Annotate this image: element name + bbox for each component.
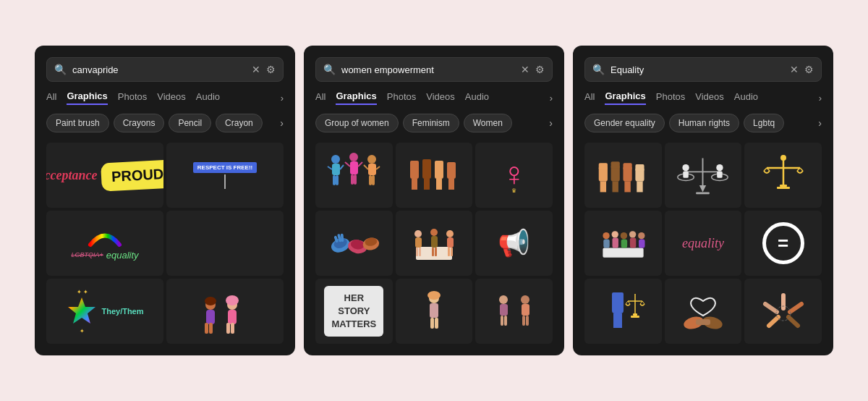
tab-videos-3[interactable]: Videos: [695, 91, 724, 104]
svg-rect-2: [206, 310, 215, 324]
svg-rect-40: [448, 179, 454, 190]
chip-group-women[interactable]: Group of women: [315, 114, 399, 132]
tab-graphics-2[interactable]: Graphics: [336, 90, 376, 105]
svg-rect-28: [372, 175, 375, 185]
list-item[interactable]: [396, 143, 473, 208]
list-item[interactable]: ♀ ♛: [475, 143, 553, 208]
list-item[interactable]: [744, 143, 822, 208]
svg-line-101: [764, 168, 767, 171]
chip-paintbrush[interactable]: Paint brush: [46, 114, 109, 132]
svg-rect-36: [435, 161, 443, 168]
tab-audio-3[interactable]: Audio: [734, 91, 758, 104]
svg-point-68: [499, 295, 508, 304]
list-item[interactable]: HER STORY MATTERS: [315, 279, 393, 344]
rainbow-star-svg: [66, 295, 98, 328]
svg-line-126: [642, 301, 644, 304]
list-item[interactable]: =: [744, 211, 822, 276]
list-item[interactable]: equality: [665, 211, 742, 276]
chip-gender-equality[interactable]: Gender equality: [584, 114, 665, 132]
list-item[interactable]: [475, 279, 553, 344]
filter-icon-2[interactable]: ⚙: [535, 64, 545, 75]
list-item[interactable]: [396, 211, 473, 276]
list-item[interactable]: [166, 279, 284, 344]
tab-graphics-3[interactable]: Graphics: [605, 90, 645, 105]
chip-human-rights[interactable]: Human rights: [669, 114, 739, 132]
svg-rect-109: [603, 239, 609, 248]
list-item[interactable]: LGBTQIA+ equality: [46, 211, 163, 276]
svg-rect-117: [639, 239, 644, 248]
filter-icon-3[interactable]: ⚙: [804, 64, 814, 75]
svg-point-94: [717, 164, 723, 171]
filter-icon-1[interactable]: ⚙: [266, 64, 276, 75]
tabs-3: All Graphics Photos Videos Audio ›: [584, 90, 822, 105]
chip-crayons[interactable]: Crayons: [114, 114, 165, 132]
search-input-3[interactable]: [610, 64, 790, 75]
megaphone-icon: 📢: [498, 228, 530, 258]
svg-rect-18: [350, 161, 358, 174]
list-item[interactable]: [166, 211, 284, 276]
chip-lgbtq[interactable]: Lgbtq: [744, 114, 784, 132]
list-item[interactable]: [584, 143, 662, 208]
svg-point-110: [611, 231, 618, 237]
rainbow-svg: [87, 227, 123, 248]
chips-arrow-1[interactable]: ›: [280, 117, 284, 129]
chip-pencil[interactable]: Pencil: [169, 114, 211, 132]
svg-rect-87: [637, 181, 642, 192]
equal-circle-symbol: =: [762, 222, 804, 264]
search-input-2[interactable]: [341, 64, 521, 75]
list-item[interactable]: 📢: [475, 211, 553, 276]
panel-women-empowerment: 🔍 ✕ ⚙ All Graphics Photos Videos Audio ›…: [304, 46, 564, 355]
people-scale-svg: [676, 150, 730, 200]
tabs-arrow-1[interactable]: ›: [281, 93, 284, 104]
list-item[interactable]: Acceptance PROUD: [46, 143, 163, 208]
svg-line-25: [364, 165, 368, 169]
list-item[interactable]: [584, 211, 662, 276]
tab-photos-1[interactable]: Photos: [118, 91, 147, 104]
tab-audio-2[interactable]: Audio: [465, 91, 489, 104]
svg-rect-15: [333, 175, 336, 185]
tab-graphics-1[interactable]: Graphics: [67, 90, 107, 105]
svg-rect-57: [432, 248, 434, 256]
women-sign-svg: [409, 288, 459, 335]
tab-videos-1[interactable]: Videos: [157, 91, 186, 104]
svg-point-67: [427, 291, 441, 300]
list-item[interactable]: RESPECT IS FREE!!: [166, 143, 284, 208]
tabs-arrow-3[interactable]: ›: [819, 93, 822, 104]
search-input-1[interactable]: [72, 64, 252, 75]
chip-crayon[interactable]: Crayon: [216, 114, 263, 132]
tab-all-3[interactable]: All: [584, 91, 595, 104]
tab-videos-2[interactable]: Videos: [426, 91, 455, 104]
tabs-arrow-2[interactable]: ›: [550, 93, 553, 104]
svg-rect-86: [635, 164, 644, 171]
list-item[interactable]: [315, 211, 393, 276]
clear-button-2[interactable]: ✕: [521, 64, 529, 75]
tab-all-2[interactable]: All: [315, 91, 326, 104]
clear-button-3[interactable]: ✕: [790, 64, 799, 75]
list-item[interactable]: [584, 279, 662, 344]
svg-marker-96: [699, 185, 706, 192]
tab-audio-1[interactable]: Audio: [196, 91, 220, 104]
tabs-2: All Graphics Photos Videos Audio ›: [315, 90, 553, 105]
list-item[interactable]: [744, 279, 822, 344]
hands-together-svg: [758, 288, 809, 335]
svg-rect-77: [599, 163, 608, 169]
tab-photos-2[interactable]: Photos: [387, 91, 416, 104]
tab-all-1[interactable]: All: [46, 91, 56, 104]
chip-women[interactable]: Women: [464, 114, 512, 132]
list-item[interactable]: [315, 143, 393, 208]
list-item[interactable]: ✦ ✦ ✦: [46, 279, 163, 344]
chip-feminism[interactable]: Feminism: [403, 114, 459, 132]
list-item[interactable]: [665, 279, 742, 344]
svg-rect-58: [435, 248, 437, 256]
search-bar-2: 🔍 ✕ ⚙: [315, 57, 553, 82]
svg-rect-52: [415, 237, 422, 248]
chips-arrow-3[interactable]: ›: [818, 117, 822, 129]
list-item[interactable]: [665, 143, 742, 208]
chips-arrow-2[interactable]: ›: [549, 117, 553, 129]
list-item[interactable]: [396, 279, 473, 344]
svg-rect-106: [777, 187, 790, 189]
search-bar-3: 🔍 ✕ ⚙: [584, 57, 822, 82]
clear-button-1[interactable]: ✕: [252, 64, 260, 75]
proud-bubble: PROUD: [101, 159, 163, 191]
tab-photos-3[interactable]: Photos: [656, 91, 685, 104]
